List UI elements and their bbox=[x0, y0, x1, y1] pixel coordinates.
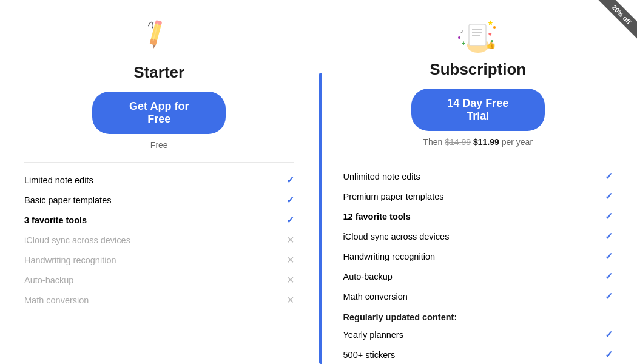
starter-cta-button[interactable]: Get App for Free bbox=[92, 92, 226, 134]
blue-accent-bar bbox=[319, 73, 322, 364]
list-item: Premium paper templates✓ bbox=[343, 186, 613, 206]
feature-text: 3 favorite tools bbox=[24, 215, 286, 225]
feature-text: iCloud sync across devices bbox=[343, 232, 605, 241]
list-item: 3 favorite tools✓ bbox=[24, 210, 294, 230]
svg-text:♪: ♪ bbox=[460, 27, 463, 35]
check-icon: ✓ bbox=[286, 194, 294, 206]
feature-text: Yearly planners bbox=[343, 330, 605, 340]
price-current: $11.99 bbox=[473, 137, 499, 147]
list-item: Math conversion✕ bbox=[24, 290, 294, 310]
price-original: $14.99 bbox=[445, 137, 471, 147]
price-then: Then bbox=[423, 137, 445, 147]
check-icon: ✓ bbox=[286, 174, 294, 186]
check-icon: ✓ bbox=[605, 271, 613, 282]
cross-icon: ✕ bbox=[286, 274, 294, 286]
subscription-icon: ★ ♪ ♥ + 👍 bbox=[451, 12, 505, 58]
check-icon: ✓ bbox=[605, 211, 613, 222]
feature-text: Math conversion bbox=[343, 292, 605, 302]
feature-text: Premium paper templates bbox=[343, 192, 605, 201]
feature-text: Auto-backup bbox=[343, 272, 605, 281]
subscription-icon-area: ★ ♪ ♥ + 👍 bbox=[451, 12, 505, 58]
list-item: Unlimited note edits✓ bbox=[343, 166, 613, 186]
starter-divider bbox=[24, 162, 294, 163]
svg-text:★: ★ bbox=[487, 19, 494, 27]
list-item: Handwriting recognition✕ bbox=[24, 250, 294, 270]
list-item: iCloud sync across devices✓ bbox=[343, 226, 613, 246]
subscription-panel: 20% off ★ ♪ ♥ + 👍 Subscriptio bbox=[319, 0, 638, 364]
list-item: Auto-backup✓ bbox=[343, 266, 613, 286]
price-period: per year bbox=[499, 137, 533, 147]
check-icon: ✓ bbox=[605, 329, 613, 340]
svg-point-16 bbox=[493, 26, 496, 29]
subscription-title: Subscription bbox=[430, 60, 526, 79]
check-icon: ✓ bbox=[605, 170, 613, 182]
starter-title: Starter bbox=[133, 63, 184, 82]
feature-text: 12 favorite tools bbox=[343, 212, 605, 221]
pencil-icon bbox=[138, 15, 180, 58]
feature-text: Auto-backup bbox=[24, 275, 286, 285]
list-item: Yearly planners✓ bbox=[343, 325, 613, 345]
subscription-price: Then $14.99 $11.99 per year bbox=[423, 137, 533, 147]
discount-ribbon: 20% off bbox=[588, 0, 637, 49]
check-icon: ✓ bbox=[605, 349, 613, 360]
list-item: iCloud sync across devices✕ bbox=[24, 230, 294, 250]
starter-icon-area bbox=[138, 12, 180, 61]
starter-features-list: Limited note edits✓Basic paper templates… bbox=[24, 170, 294, 310]
list-item: Limited note edits✓ bbox=[24, 170, 294, 190]
feature-text: Handwriting recognition bbox=[343, 252, 605, 261]
list-item: Math conversion✓ bbox=[343, 286, 613, 306]
list-item: Auto-backup✕ bbox=[24, 270, 294, 290]
list-item: 12 favorite tools✓ bbox=[343, 206, 613, 226]
starter-price: Free bbox=[150, 140, 168, 150]
feature-text: Math conversion bbox=[24, 295, 286, 305]
feature-text: Unlimited note edits bbox=[343, 172, 605, 181]
cross-icon: ✕ bbox=[286, 294, 294, 306]
feature-text: iCloud sync across devices bbox=[24, 235, 286, 245]
feature-text: Handwriting recognition bbox=[24, 255, 286, 265]
subscription-extra-features-list: Yearly planners✓500+ stickers✓Themes✓Jou… bbox=[343, 325, 613, 364]
subscription-features-list: Unlimited note edits✓Premium paper templ… bbox=[343, 166, 613, 306]
svg-text:+: + bbox=[462, 39, 465, 47]
svg-point-17 bbox=[458, 36, 460, 39]
subscription-section-header: Regularly updated content: bbox=[343, 306, 613, 325]
check-icon: ✓ bbox=[286, 214, 294, 226]
check-icon: ✓ bbox=[605, 190, 613, 202]
ribbon-text: 20% off bbox=[597, 0, 637, 39]
list-item: Basic paper templates✓ bbox=[24, 190, 294, 210]
feature-text: 500+ stickers bbox=[343, 350, 605, 360]
feature-text: Basic paper templates bbox=[24, 195, 286, 205]
svg-text:♥: ♥ bbox=[488, 31, 492, 38]
starter-panel: Starter Get App for Free Free Limited no… bbox=[0, 0, 319, 364]
list-item: 500+ stickers✓ bbox=[343, 345, 613, 364]
cross-icon: ✕ bbox=[286, 254, 294, 266]
cross-icon: ✕ bbox=[286, 234, 294, 246]
check-icon: ✓ bbox=[605, 291, 613, 302]
check-icon: ✓ bbox=[605, 251, 613, 262]
check-icon: ✓ bbox=[605, 231, 613, 242]
svg-point-18 bbox=[491, 40, 493, 42]
list-item: Handwriting recognition✓ bbox=[343, 246, 613, 266]
subscription-cta-button[interactable]: 14 Day Free Trial bbox=[411, 89, 545, 131]
feature-text: Limited note edits bbox=[24, 175, 286, 185]
